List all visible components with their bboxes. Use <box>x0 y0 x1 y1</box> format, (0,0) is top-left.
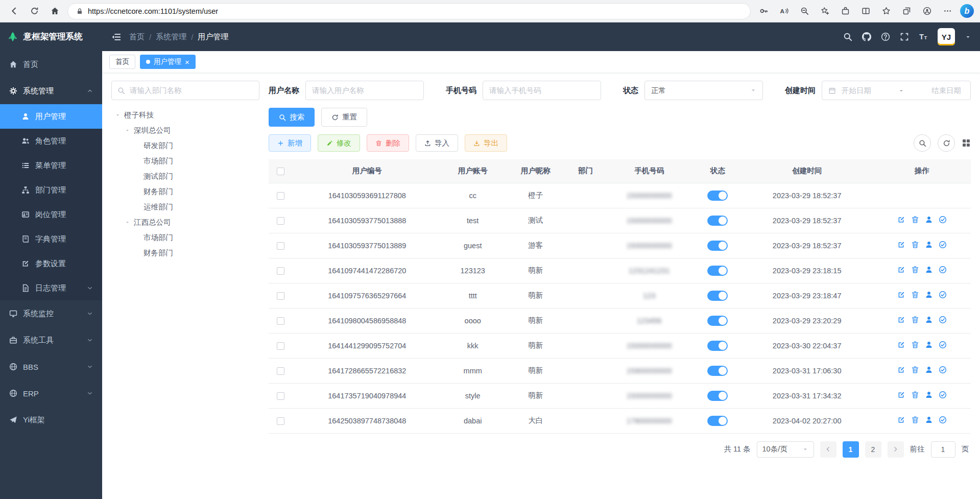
tree-node[interactable]: 测试部门 <box>111 169 259 184</box>
collections-icon[interactable] <box>899 4 914 19</box>
sidebar-item-post-mgmt[interactable]: 岗位管理 <box>0 202 102 227</box>
row-checkbox[interactable] <box>277 242 284 250</box>
row-checkbox[interactable] <box>277 392 284 400</box>
row-edit-button[interactable] <box>897 366 905 374</box>
row-edit-button[interactable] <box>897 291 905 299</box>
row-checkbox[interactable] <box>277 292 284 300</box>
status-toggle[interactable] <box>707 216 728 226</box>
search-button[interactable]: 搜索 <box>269 108 315 127</box>
page-button[interactable]: 2 <box>865 441 881 458</box>
username-input[interactable] <box>305 81 424 100</box>
row-delete-button[interactable] <box>911 216 919 224</box>
row-delete-button[interactable] <box>911 391 919 399</box>
tree-node[interactable]: 研发部门 <box>111 138 259 153</box>
row-approve-button[interactable] <box>939 241 947 249</box>
edit-button[interactable]: 修改 <box>318 134 360 152</box>
row-reset-password-button[interactable] <box>925 316 933 324</box>
sidebar-item-role-mgmt[interactable]: 角色管理 <box>0 129 102 153</box>
status-toggle[interactable] <box>707 391 728 401</box>
row-checkbox[interactable] <box>277 192 284 200</box>
tab-user-mgmt[interactable]: 用户管理× <box>140 55 196 69</box>
tree-node[interactable]: 财务部门 <box>111 245 259 260</box>
phone-input[interactable] <box>483 81 601 100</box>
breadcrumb-item[interactable]: 系统管理 <box>156 32 186 42</box>
sidebar-item-user-mgmt[interactable]: 用户管理 <box>0 104 102 129</box>
sidebar-item-dept-mgmt[interactable]: 部门管理 <box>0 178 102 202</box>
dept-search-input[interactable] <box>130 86 253 94</box>
prev-page-button[interactable] <box>820 441 836 458</box>
sidebar-item-home[interactable]: 首页 <box>0 51 102 78</box>
sidebar-item-erp[interactable]: ERP <box>0 380 102 407</box>
row-edit-button[interactable] <box>897 316 905 324</box>
collapse-sidebar-button[interactable] <box>111 32 121 42</box>
read-aloud-icon[interactable]: A <box>776 4 792 19</box>
tree-caret-icon[interactable] <box>124 220 130 225</box>
sidebar-item-system-tools[interactable]: 系统工具 <box>0 327 102 353</box>
breadcrumb-item[interactable]: 首页 <box>129 32 145 42</box>
add-favorite-icon[interactable] <box>817 4 832 19</box>
tree-caret-icon[interactable] <box>124 128 130 133</box>
password-manager-icon[interactable] <box>756 4 771 19</box>
favorites-icon[interactable] <box>878 4 894 19</box>
sidebar-item-log-mgmt[interactable]: 日志管理 <box>0 276 102 300</box>
row-reset-password-button[interactable] <box>925 341 933 349</box>
sidebar-item-menu-mgmt[interactable]: 菜单管理 <box>0 153 102 178</box>
sidebar-item-param-settings[interactable]: 参数设置 <box>0 251 102 276</box>
goto-page-input[interactable] <box>931 441 955 458</box>
sidebar-item-yi-framework[interactable]: Yi框架 <box>0 407 102 433</box>
row-reset-password-button[interactable] <box>925 391 933 399</box>
status-toggle[interactable] <box>707 416 728 426</box>
status-toggle[interactable] <box>707 191 728 201</box>
row-approve-button[interactable] <box>939 266 947 274</box>
sidebar-item-system-mgmt[interactable]: 系统管理 <box>0 78 102 104</box>
browser-refresh-button[interactable] <box>27 4 42 19</box>
tab-home[interactable]: 首页 <box>109 55 135 69</box>
font-size-icon[interactable]: TT <box>919 32 928 41</box>
row-reset-password-button[interactable] <box>925 366 933 374</box>
row-delete-button[interactable] <box>911 366 919 374</box>
page-size-select[interactable]: 10条/页 <box>757 441 814 458</box>
sidebar-item-dict-mgmt[interactable]: 字典管理 <box>0 227 102 251</box>
fullscreen-icon[interactable] <box>900 32 909 41</box>
row-edit-button[interactable] <box>897 341 905 349</box>
page-button[interactable]: 1 <box>843 441 859 458</box>
help-icon[interactable] <box>881 32 890 41</box>
row-checkbox[interactable] <box>277 417 284 425</box>
row-edit-button[interactable] <box>897 216 905 224</box>
sidebar-item-system-monitor[interactable]: 系统监控 <box>0 300 102 327</box>
status-toggle[interactable] <box>707 366 728 376</box>
split-screen-icon[interactable] <box>858 4 873 19</box>
row-reset-password-button[interactable] <box>925 216 933 224</box>
row-reset-password-button[interactable] <box>925 241 933 249</box>
row-delete-button[interactable] <box>911 241 919 249</box>
row-edit-button[interactable] <box>897 266 905 274</box>
browser-profile-icon[interactable] <box>919 4 935 19</box>
row-approve-button[interactable] <box>939 216 947 224</box>
table-refresh-icon[interactable] <box>938 134 955 152</box>
table-search-toggle-icon[interactable] <box>914 134 931 152</box>
browser-back-button[interactable] <box>6 4 21 19</box>
status-toggle[interactable] <box>707 291 728 301</box>
extensions-icon[interactable] <box>838 4 853 19</box>
row-edit-button[interactable] <box>897 416 905 424</box>
row-reset-password-button[interactable] <box>925 266 933 274</box>
row-reset-password-button[interactable] <box>925 416 933 424</box>
tree-node[interactable]: 深圳总公司 <box>111 123 259 138</box>
tree-node[interactable]: 江西总公司 <box>111 215 259 230</box>
row-edit-button[interactable] <box>897 241 905 249</box>
status-toggle[interactable] <box>707 266 728 276</box>
status-toggle[interactable] <box>707 316 728 326</box>
tree-node[interactable]: 运维部门 <box>111 199 259 215</box>
row-checkbox[interactable] <box>277 342 284 350</box>
export-button[interactable]: 导出 <box>465 134 507 152</box>
import-button[interactable]: 导入 <box>416 134 458 152</box>
browser-home-button[interactable] <box>47 4 62 19</box>
reset-button[interactable]: 重置 <box>321 108 367 127</box>
column-settings-icon[interactable] <box>962 138 971 148</box>
row-delete-button[interactable] <box>911 341 919 349</box>
header-search-icon[interactable] <box>843 32 852 41</box>
delete-button[interactable]: 删除 <box>367 134 409 152</box>
row-reset-password-button[interactable] <box>925 291 933 299</box>
row-approve-button[interactable] <box>939 341 947 349</box>
row-delete-button[interactable] <box>911 316 919 324</box>
